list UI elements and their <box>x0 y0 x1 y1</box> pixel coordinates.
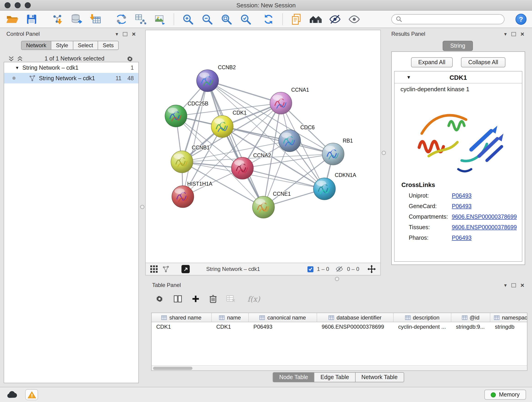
column-header-description[interactable]: description <box>394 313 451 322</box>
show-columns-icon[interactable] <box>173 294 182 303</box>
node-CDKN1A[interactable] <box>313 178 336 200</box>
splitter-handle[interactable] <box>382 151 386 155</box>
open-in-new-window-button[interactable] <box>181 265 190 273</box>
float-panel-icon[interactable] <box>123 32 127 36</box>
crosslink-uniprot-link[interactable]: P06493 <box>452 192 472 199</box>
table-tab-node-table[interactable]: Node Table <box>273 372 315 382</box>
home-button[interactable] <box>309 12 323 26</box>
node-CDC6[interactable] <box>279 130 301 152</box>
maximize-window-button[interactable] <box>25 2 31 8</box>
column-header-namespac[interactable]: namespac <box>490 313 527 322</box>
expand-all-icon[interactable] <box>17 56 23 62</box>
zoom-in-button[interactable] <box>181 12 195 26</box>
table-cell[interactable]: CDK1 <box>152 322 212 332</box>
share-network-icon[interactable] <box>162 265 170 273</box>
crosslink-compartments-link[interactable]: 9606.ENSP00000378699 <box>452 213 517 220</box>
node-CDC25B[interactable] <box>165 105 187 127</box>
help-button[interactable]: ? <box>515 13 526 25</box>
hide-selected-button[interactable] <box>328 12 342 26</box>
column-header-shared-name[interactable]: shared name <box>152 313 212 322</box>
node-CCNB2[interactable] <box>196 70 219 92</box>
copy-document-button[interactable] <box>290 12 303 26</box>
splitter-handle[interactable] <box>140 205 144 209</box>
hidden-eye-slash-icon[interactable] <box>336 266 343 272</box>
node-RB1[interactable] <box>322 143 344 165</box>
search-field[interactable] <box>391 14 505 24</box>
table-cell[interactable]: cyclin-dependent ... <box>394 322 451 332</box>
import-table-button[interactable] <box>89 12 103 26</box>
disclosure-triangle-icon[interactable]: ▼ <box>15 65 19 70</box>
table-row[interactable]: CDK1CDK1P064939606.ENSP00000378699cyclin… <box>152 322 527 332</box>
export-image-button[interactable] <box>153 12 167 26</box>
panel-menu-icon[interactable]: ▾ <box>116 31 118 37</box>
cloud-icon[interactable] <box>6 390 19 399</box>
expand-all-button[interactable]: Expand All <box>411 57 453 67</box>
delete-column-icon[interactable] <box>209 294 217 303</box>
import-network-file-button[interactable] <box>51 12 64 26</box>
network-collection-row[interactable]: ▼ String Network – cdk1 1 <box>4 62 138 73</box>
table-cell[interactable]: P06493 <box>249 322 317 332</box>
collapse-all-icon[interactable] <box>8 56 14 62</box>
node-CCNE1[interactable] <box>253 196 274 218</box>
function-builder-button[interactable]: f(x) <box>247 294 260 303</box>
tab-select[interactable]: Select <box>73 41 98 50</box>
table-tab-edge-table[interactable]: Edge Table <box>314 372 355 382</box>
show-all-button[interactable] <box>347 12 361 26</box>
table-cell[interactable]: 9606.ENSP00000378699 <box>317 322 394 332</box>
minimize-window-button[interactable] <box>15 2 21 8</box>
memory-button[interactable]: Memory <box>484 390 526 400</box>
import-network-database-button[interactable] <box>70 12 83 26</box>
edge-CCNB2-CCNE1[interactable] <box>208 81 264 207</box>
add-column-icon[interactable] <box>191 295 200 303</box>
move-crosshair-icon[interactable] <box>367 265 376 273</box>
close-panel-icon[interactable]: × <box>520 282 524 288</box>
table-cell[interactable]: stringdb:9... <box>451 322 490 332</box>
selected-checkbox-icon[interactable] <box>307 266 313 272</box>
column-header-database-identifier[interactable]: database identifier <box>317 313 394 322</box>
scrollbar-thumb[interactable] <box>153 367 192 370</box>
open-session-button[interactable] <box>6 12 19 26</box>
grid-view-icon[interactable] <box>150 265 158 273</box>
save-session-button[interactable] <box>25 12 38 26</box>
node-HIST1H1A[interactable] <box>172 186 194 208</box>
zoom-fit-button[interactable] <box>220 12 233 26</box>
zoom-selected-button[interactable] <box>239 12 253 26</box>
gear-icon[interactable] <box>155 294 164 303</box>
close-panel-icon[interactable]: × <box>520 31 524 37</box>
tab-style[interactable]: Style <box>51 41 73 50</box>
refresh-view-button[interactable] <box>262 12 275 26</box>
close-panel-icon[interactable]: × <box>132 31 136 37</box>
column-header--id[interactable]: @id <box>451 313 490 322</box>
node-CDK1[interactable] <box>211 115 233 138</box>
edge-CDK1-RB1[interactable] <box>222 127 333 154</box>
float-panel-icon[interactable] <box>511 283 516 287</box>
crosslink-genecard-link[interactable]: P06493 <box>452 203 472 209</box>
column-header-canonical-name[interactable]: canonical name <box>249 313 317 322</box>
tab-string[interactable]: String <box>443 41 473 51</box>
gear-icon[interactable] <box>126 55 134 63</box>
tab-sets[interactable]: Sets <box>98 41 119 50</box>
node-CCNA2[interactable] <box>231 157 253 179</box>
disclosure-triangle-icon[interactable]: ▼ <box>406 75 411 80</box>
edge-CCNB2-HIST1H1A[interactable] <box>183 81 208 197</box>
close-window-button[interactable] <box>5 2 11 8</box>
zoom-out-button[interactable] <box>200 12 214 26</box>
new-network-selection-button[interactable] <box>114 12 128 26</box>
crosslink-tissues-link[interactable]: 9606.ENSP00000378699 <box>452 224 517 230</box>
float-panel-icon[interactable] <box>511 32 516 36</box>
node-CCNA1[interactable] <box>270 92 292 114</box>
collapse-all-button[interactable]: Collapse All <box>461 57 506 67</box>
network-row[interactable]: String Network – cdk1 11 48 <box>4 73 138 83</box>
panel-menu-icon[interactable]: ▾ <box>504 282 507 288</box>
table-cell[interactable]: stringdb <box>490 322 527 332</box>
crosslink-pharos-link[interactable]: P06493 <box>452 235 472 241</box>
table-tab-network-table[interactable]: Network Table <box>355 372 404 382</box>
export-network-button[interactable] <box>134 12 147 26</box>
node-CCNB1[interactable] <box>171 151 193 173</box>
gene-header[interactable]: ▼ CDK1 <box>394 71 522 83</box>
tab-network[interactable]: Network <box>21 41 51 50</box>
column-header-name[interactable]: name <box>212 313 249 322</box>
table-cell[interactable]: CDK1 <box>212 322 249 332</box>
search-input[interactable] <box>405 16 500 22</box>
panel-menu-icon[interactable]: ▾ <box>504 31 507 37</box>
